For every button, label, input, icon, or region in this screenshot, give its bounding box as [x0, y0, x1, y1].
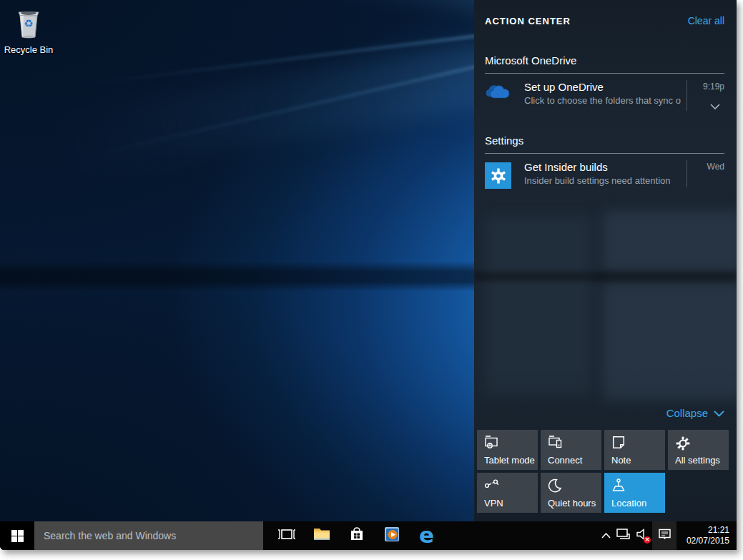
- tile-connect[interactable]: Connect: [541, 430, 601, 470]
- notification-body: Insider build settings need attention: [524, 175, 681, 187]
- taskbar-clock[interactable]: 21:21 02/07/2015: [676, 525, 737, 546]
- taskbar-empty-area: [444, 521, 598, 550]
- clock-time: 21:21: [676, 525, 729, 536]
- quiet-hours-moon-icon: [548, 478, 562, 496]
- quick-actions-grid: Tablet mode Connect: [477, 430, 729, 513]
- recycle-bin-icon: ♻: [14, 6, 44, 40]
- tray-network-button[interactable]: [614, 521, 632, 550]
- vpn-icon: [484, 478, 500, 494]
- collapse-button[interactable]: Collapse: [666, 407, 724, 419]
- task-view-button[interactable]: [269, 521, 304, 550]
- connect-icon: [548, 436, 564, 453]
- chevron-down-icon: [714, 407, 724, 419]
- volume-muted-badge: ✕: [644, 536, 651, 544]
- tray-volume-button[interactable]: ✕: [632, 521, 652, 550]
- panel-blur-reflection: [485, 215, 592, 397]
- notification-title: Set up OneDrive: [524, 80, 681, 94]
- notification-time: 9:19p: [703, 82, 724, 92]
- section-header-onedrive: Microsoft OneDrive: [485, 54, 724, 67]
- notification-setup-onedrive[interactable]: Set up OneDrive Click to choose the fold…: [485, 79, 724, 112]
- action-center-icon: [658, 528, 671, 544]
- tray-action-center-button[interactable]: [652, 521, 676, 550]
- system-tray: ✕ 21:21 02/07/2015: [598, 521, 737, 550]
- tile-vpn[interactable]: VPN: [477, 473, 538, 513]
- notification-insider-builds[interactable]: Get Insider builds Insider build setting…: [485, 159, 724, 189]
- windows-logo-icon: [11, 530, 24, 542]
- panel-blur-reflection: [603, 211, 737, 272]
- tile-tablet-mode[interactable]: Tablet mode: [477, 430, 538, 470]
- screenshot-frame: ♻ Recycle Bin ACTION CENTER Clear all Mi…: [0, 0, 743, 560]
- tile-label: Connect: [548, 455, 582, 466]
- note-icon: [611, 436, 626, 453]
- action-center-title: ACTION CENTER: [485, 16, 571, 26]
- action-center-panel: ACTION CENTER Clear all Microsoft OneDri…: [474, 0, 737, 521]
- section-header-settings: Settings: [485, 134, 724, 147]
- tray-chevron-up-button[interactable]: [598, 521, 614, 550]
- onedrive-cloud-icon: [485, 79, 524, 112]
- tile-label: Note: [611, 455, 631, 466]
- file-explorer-button[interactable]: [304, 521, 339, 550]
- tile-all-settings[interactable]: All settings: [668, 430, 729, 470]
- recycle-arrows-glyph: ♻: [24, 17, 33, 29]
- edge-button[interactable]: e: [409, 521, 444, 550]
- tile-label: All settings: [675, 455, 720, 466]
- media-player-button[interactable]: [374, 521, 409, 550]
- start-button[interactable]: [0, 521, 34, 550]
- tile-label: Quiet hours: [548, 498, 596, 509]
- desktop-icon-label: Recycle Bin: [1, 44, 56, 55]
- edge-icon: e: [419, 524, 434, 546]
- task-view-icon: [277, 528, 296, 544]
- panel-blur-band: [474, 272, 737, 281]
- chevron-up-icon: [601, 533, 611, 539]
- panel-blur-reflection: [603, 283, 737, 401]
- taskbar: Search the web and Windows: [0, 521, 737, 550]
- windows-desktop: ♻ Recycle Bin ACTION CENTER Clear all Mi…: [0, 0, 737, 550]
- notification-title: Get Insider builds: [524, 160, 681, 175]
- insider-gear-icon: [485, 159, 524, 189]
- tile-quiet-hours[interactable]: Quiet hours: [541, 473, 601, 513]
- tile-label: Location: [611, 498, 646, 509]
- taskbar-search-input[interactable]: Search the web and Windows: [34, 521, 263, 550]
- media-player-icon: [383, 525, 401, 546]
- tile-label: Tablet mode: [484, 455, 535, 466]
- notification-time: Wed: [707, 162, 724, 172]
- notification-body: Click to choose the folders that sync on…: [524, 94, 681, 107]
- store-button[interactable]: [339, 521, 374, 550]
- section-divider: [485, 153, 724, 154]
- tile-empty-slot: [668, 473, 729, 513]
- section-divider: [485, 73, 724, 74]
- tile-location[interactable]: Location: [604, 473, 665, 513]
- collapse-label: Collapse: [666, 407, 708, 419]
- network-icon: [616, 528, 630, 544]
- desktop-icon-recycle-bin[interactable]: ♻ Recycle Bin: [1, 6, 56, 55]
- tile-label: VPN: [484, 498, 503, 509]
- all-settings-gear-icon: [675, 436, 691, 454]
- tile-note[interactable]: Note: [604, 430, 665, 470]
- chevron-down-icon[interactable]: [710, 99, 720, 112]
- clear-all-button[interactable]: Clear all: [688, 15, 724, 26]
- tablet-mode-icon: [484, 436, 500, 453]
- file-explorer-icon: [313, 526, 331, 545]
- clock-date: 02/07/2015: [676, 536, 729, 546]
- search-placeholder: Search the web and Windows: [44, 530, 176, 541]
- location-icon: [611, 478, 627, 496]
- store-bag-icon: [348, 526, 365, 546]
